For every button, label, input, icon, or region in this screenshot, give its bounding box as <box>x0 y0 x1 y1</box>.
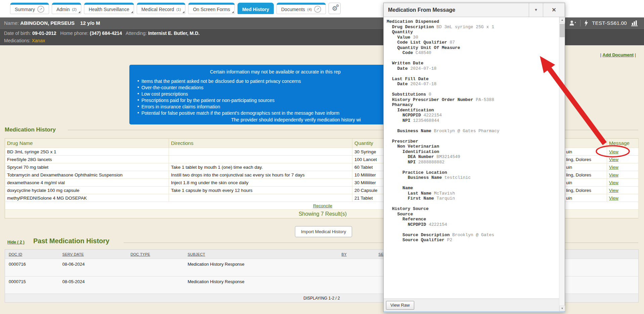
tab-health-surveillance[interactable]: Health Surveillance <box>84 3 134 14</box>
message-line: Quantity Unit Of Measure <box>387 45 556 51</box>
message-cell: View <box>607 179 639 187</box>
lightning-icon[interactable] <box>584 20 588 27</box>
view-message-link[interactable]: View <box>609 172 618 177</box>
popout-icon[interactable]: ↗ <box>37 6 44 13</box>
drug-name-cell: dexamethasone 4 mg/ml vial <box>5 179 169 187</box>
view-raw-button[interactable]: View Raw <box>386 301 414 310</box>
field-value: P2 <box>444 238 452 243</box>
notice-footline: The provider should independently verify… <box>231 117 361 122</box>
import-medical-history-button[interactable]: Import Medical History <box>295 226 352 237</box>
attending-label: Attending: <box>126 31 147 36</box>
view-message-link[interactable]: View <box>609 157 618 162</box>
column-header: BY <box>338 250 375 259</box>
field-label: Last Name <box>408 191 431 196</box>
popout-icon[interactable]: ↗ <box>314 6 321 13</box>
dialog-title-bar[interactable]: Medication From Message ▼ ✕ <box>384 3 565 17</box>
tab-admin[interactable]: Admin(2) <box>52 3 81 14</box>
collapse-icon[interactable]: ▼ <box>529 3 543 17</box>
field-label: NCPDPID <box>408 222 426 227</box>
field-label: Source <box>397 212 413 217</box>
doc-id-cell: 0000716 <box>5 259 59 276</box>
field-label: Code <box>402 50 413 55</box>
gear-icon-small: ⚙ <box>336 4 339 8</box>
tab-list: Summary↗Admin(2)Health SurveillanceMedic… <box>10 3 341 14</box>
field-label: Non Veterinarian <box>397 144 439 149</box>
message-line: History Prescriber Order Number PA-5388 <box>387 97 556 103</box>
header-right-tools: TEST-SS61.00 <box>569 17 639 29</box>
tab-on-screen-forms[interactable]: On Screen Forms <box>188 3 234 14</box>
field-value: Brooklyn @ Gates Pharmacy <box>431 128 500 134</box>
patient-name-line: Name: ABINGDON, PERSEUS 12 y/o M <box>4 17 100 29</box>
scroll-up-icon[interactable]: ▲ <box>559 17 565 23</box>
drug-name-cell: doxycycline hyclate 100 mg capsule <box>5 187 169 194</box>
view-message-link[interactable]: View <box>609 180 618 185</box>
patient-medications-line: Medications: Xanax <box>4 38 45 43</box>
directions-cell: Inject 1.8 mg under the skin once daily <box>169 179 352 187</box>
field-label: Quantity <box>392 30 413 35</box>
doc-type-cell <box>127 276 184 294</box>
reconcile-link[interactable]: Reconcile <box>313 203 332 208</box>
message-detail-text: Medication DispensedDrug Description BD … <box>387 19 556 243</box>
message-line: Prescriber <box>387 139 556 144</box>
scroll-down-icon[interactable]: ▼ <box>559 306 565 311</box>
message-line <box>387 87 556 92</box>
attending-value: Internist E. Butler, M.D. <box>148 31 200 36</box>
field-label: Written Date <box>392 61 424 66</box>
field-label: Source Description <box>402 232 449 238</box>
scrollbar-thumb[interactable] <box>560 24 565 37</box>
field-value: 4222154 <box>421 113 442 118</box>
tab-label: Medical Record <box>141 7 174 12</box>
tab-med-history[interactable]: Med History <box>238 3 274 14</box>
field-label: Quantity Unit Of Measure <box>397 45 460 50</box>
dob-value: 09-01-2012 <box>32 31 56 36</box>
field-label: NCPDPID <box>402 113 421 118</box>
medications-label: Medications: <box>4 38 31 43</box>
medications-value[interactable]: Xanax <box>32 38 45 43</box>
drug-name-cell: methylPREDNISolone 4 MG DOSEPAK <box>5 194 169 202</box>
hide-toggle-link[interactable]: Hide ( 2 ) <box>7 240 25 245</box>
message-line: Last Fill Date <box>387 76 556 82</box>
message-cell: View <box>607 194 639 202</box>
field-label: Business Name <box>397 128 431 134</box>
message-line: Quantity <box>387 30 556 35</box>
tab-label: Admin <box>56 7 70 12</box>
settings-gear-button[interactable]: ⚙⚙ <box>329 3 341 14</box>
subject-cell: Medication History Response <box>184 259 338 276</box>
tab-summary[interactable]: Summary↗ <box>10 3 49 14</box>
message-cell: View <box>607 171 639 179</box>
dialog-title: Medication From Message <box>388 3 455 17</box>
environment-label: TEST-SS61.00 <box>592 20 627 26</box>
column-header: Drug Name <box>5 139 169 148</box>
field-value: BD 3mL syringe 25G x 1 <box>434 24 494 30</box>
add-user-icon[interactable] <box>569 20 576 26</box>
message-line: Date 2024-07-18 <box>387 82 556 87</box>
field-value: 2024-07-18 <box>408 82 437 87</box>
message-line: Source <box>387 212 556 217</box>
view-message-link[interactable]: View <box>609 149 618 154</box>
message-line: Value 30 <box>387 35 556 40</box>
doc-type-cell <box>127 259 184 276</box>
medication-history-title: Medication History <box>5 126 56 133</box>
column-header: DOC TYPE <box>127 250 184 259</box>
message-line: DEA Number BM3214549 <box>387 154 556 160</box>
field-value: 30 <box>410 35 418 40</box>
field-label: First Name <box>408 196 434 201</box>
view-message-link[interactable]: View <box>609 196 618 201</box>
message-line: Reference <box>387 217 556 222</box>
tab-documents[interactable]: Documents(4)↗ <box>276 3 326 14</box>
view-message-link[interactable]: View <box>609 165 618 170</box>
dialog-scrollbar[interactable]: ▲ ▼ <box>559 17 565 311</box>
field-label: Name <box>402 186 413 191</box>
field-label: Business Name <box>408 175 442 180</box>
column-header: SERV DATE <box>59 250 127 259</box>
chart-icon[interactable] <box>631 20 639 27</box>
tab-medical-record[interactable]: Medical Record(1) <box>137 3 186 14</box>
field-value: Brooklyn @ Gates <box>450 232 495 238</box>
directions-cell: Take 1 capsule by mouth every 12 hours <box>169 187 352 194</box>
close-icon[interactable]: ✕ <box>543 3 565 17</box>
add-document-link[interactable]: Add Document <box>603 52 634 57</box>
directions-cell <box>169 194 352 202</box>
tab-count: (1) <box>176 7 181 11</box>
field-label: Medication Dispensed <box>387 19 439 24</box>
view-message-link[interactable]: View <box>609 188 618 193</box>
